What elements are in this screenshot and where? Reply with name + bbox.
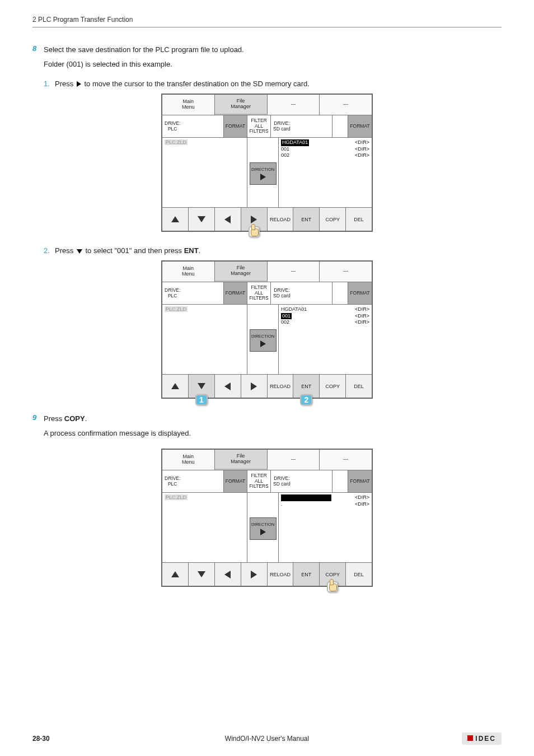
d2rb: SD card bbox=[273, 126, 291, 132]
drive-sd-label: DRIVE:SD card bbox=[271, 470, 332, 492]
step8-text-line1: Select the save destination for the PLC … bbox=[44, 44, 244, 55]
ent-button[interactable]: ENT 2 bbox=[293, 375, 320, 398]
format-button-right[interactable]: FORMAT bbox=[348, 282, 372, 304]
tab-main-menu[interactable]: MainMenu bbox=[162, 450, 215, 470]
copy-button[interactable]: COPY bbox=[320, 563, 346, 586]
substep1-number: 1. bbox=[44, 80, 55, 88]
dir-tag-0b: <DIR> bbox=[355, 306, 369, 313]
folder-002[interactable]: 002 bbox=[281, 152, 289, 159]
format-button-right[interactable]: FORMAT bbox=[348, 470, 372, 492]
up-button[interactable] bbox=[162, 208, 189, 231]
direction-label: DIRECTION bbox=[251, 522, 274, 527]
tab-file-manager[interactable]: FileManager bbox=[215, 262, 268, 282]
d2lb2: PLC bbox=[168, 293, 177, 298]
click-pointer-icon bbox=[249, 226, 260, 237]
format-button-right[interactable]: FORMAT bbox=[348, 115, 372, 137]
tab-main-menu[interactable]: MainMenu bbox=[162, 95, 215, 115]
filter-cell[interactable]: FILTERALLFILTERS bbox=[247, 115, 271, 137]
tab-empty-3: --- bbox=[268, 262, 320, 282]
step9-text-line2: A process confirmation message is displa… bbox=[44, 428, 502, 439]
t1a3: Main bbox=[183, 454, 194, 459]
folder-002[interactable]: 002 bbox=[281, 319, 289, 326]
t2b3: Manager bbox=[231, 459, 251, 464]
down-button[interactable] bbox=[189, 563, 215, 586]
device-panel-2: MainMenu FileManager --- --- DRIVE:PLC F… bbox=[161, 260, 373, 399]
t1a: Main bbox=[183, 99, 194, 104]
substep2-number: 2. bbox=[44, 246, 55, 255]
substep2-before: Press bbox=[55, 246, 73, 255]
right-file-list: HGDATA01<DIR> 001<DIR> 002<DIR> bbox=[279, 138, 372, 207]
direction-button[interactable]: DIRECTION bbox=[250, 162, 277, 185]
reload-button[interactable]: RELOAD bbox=[268, 208, 294, 231]
right-button[interactable] bbox=[241, 563, 268, 586]
del-button[interactable]: DEL bbox=[346, 375, 372, 398]
left-button[interactable] bbox=[215, 375, 241, 398]
folder-row-0[interactable] bbox=[281, 494, 331, 501]
filter-cell[interactable]: FILTERALLFILTERS bbox=[247, 282, 271, 304]
folder-hgdata01[interactable]: HGDATA01 bbox=[281, 139, 309, 146]
file-plc-zld[interactable]: PLC.ZLD bbox=[165, 494, 188, 500]
tab-main-menu[interactable]: MainMenu bbox=[162, 262, 215, 282]
up-button[interactable] bbox=[162, 375, 189, 398]
del-button[interactable]: DEL bbox=[346, 208, 372, 231]
tab-file-manager[interactable]: FileManager bbox=[215, 450, 268, 470]
folder-hgdata01[interactable]: HGDATA01 bbox=[281, 306, 307, 313]
filter-cell[interactable]: FILTERALLFILTERS bbox=[247, 470, 271, 492]
tab-file-manager[interactable]: FileManager bbox=[215, 95, 268, 115]
tab-empty-4: --- bbox=[320, 262, 372, 282]
drive-plc-label: DRIVE:PLC bbox=[162, 115, 224, 137]
t1b: Menu bbox=[182, 104, 195, 110]
up-button[interactable] bbox=[162, 563, 189, 586]
down-arrow-icon bbox=[198, 383, 205, 389]
logo-square-icon bbox=[467, 735, 473, 741]
page-number: 28-30 bbox=[32, 735, 50, 743]
ent-button[interactable]: ENT bbox=[293, 208, 320, 231]
file-plc-zld[interactable]: PLC.ZLD bbox=[165, 306, 188, 312]
folder-row-1[interactable]: . bbox=[281, 501, 283, 508]
direction-arrow-icon bbox=[260, 529, 266, 535]
left-arrow-icon bbox=[224, 571, 231, 578]
folder-001[interactable]: 001 bbox=[281, 313, 292, 320]
dir-tag-1c: <DIR> bbox=[355, 501, 369, 508]
brand-logo: IDEC bbox=[462, 732, 502, 745]
drive-sd-label: DRIVE:SD card bbox=[271, 115, 332, 137]
left-button[interactable] bbox=[215, 563, 241, 586]
del-button[interactable]: DEL bbox=[346, 563, 372, 586]
copy-button[interactable]: COPY bbox=[320, 375, 346, 398]
substep2-ent: ENT bbox=[184, 246, 199, 255]
row2-blank bbox=[332, 282, 348, 304]
dir-tag-1: <DIR> bbox=[355, 146, 369, 153]
direction-button[interactable]: DIRECTION bbox=[250, 329, 277, 352]
substep2-end: . bbox=[199, 246, 201, 255]
format-button-left[interactable]: FORMAT bbox=[224, 470, 247, 492]
page-footer: 28-30 WindO/I-NV2 User's Manual IDEC bbox=[32, 732, 502, 745]
reload-button[interactable]: RELOAD bbox=[268, 563, 294, 586]
right-button[interactable] bbox=[241, 208, 268, 231]
device-panel-1: MainMenu FileManager --- --- DRIVE:PLC F… bbox=[161, 94, 373, 232]
folder-001[interactable]: 001 bbox=[281, 146, 289, 153]
up-arrow-icon bbox=[171, 216, 179, 222]
down-button[interactable]: 1 bbox=[189, 375, 215, 398]
device-panel-3: MainMenu FileManager --- --- DRIVE:PLC F… bbox=[161, 449, 373, 587]
d2rb3: SD card bbox=[273, 481, 291, 487]
file-plc-zld[interactable]: PLC.ZLD bbox=[165, 139, 188, 145]
s9l1p: Press bbox=[44, 414, 64, 423]
ent-button[interactable]: ENT bbox=[293, 563, 320, 586]
left-file-list: PLC.ZLD bbox=[162, 493, 247, 562]
down-button[interactable] bbox=[189, 208, 215, 231]
brand-text: IDEC bbox=[475, 735, 496, 743]
left-button[interactable] bbox=[215, 208, 241, 231]
reload-button[interactable]: RELOAD bbox=[268, 375, 294, 398]
right-button[interactable] bbox=[241, 375, 268, 398]
down-arrow-icon bbox=[198, 216, 205, 222]
direction-button[interactable]: DIRECTION bbox=[250, 517, 277, 540]
running-header: 2 PLC Program Transfer Function bbox=[32, 16, 502, 27]
copy-button[interactable]: COPY bbox=[320, 208, 346, 231]
direction-label: DIRECTION bbox=[251, 334, 274, 339]
format-button-left[interactable]: FORMAT bbox=[224, 115, 247, 137]
down-arrow-icon bbox=[198, 571, 205, 577]
right-arrow-icon bbox=[251, 216, 257, 223]
format-button-left[interactable]: FORMAT bbox=[224, 282, 247, 304]
substep1-text: Press to move the cursor to the transfer… bbox=[55, 80, 310, 88]
dir-tag-2: <DIR> bbox=[355, 152, 369, 159]
